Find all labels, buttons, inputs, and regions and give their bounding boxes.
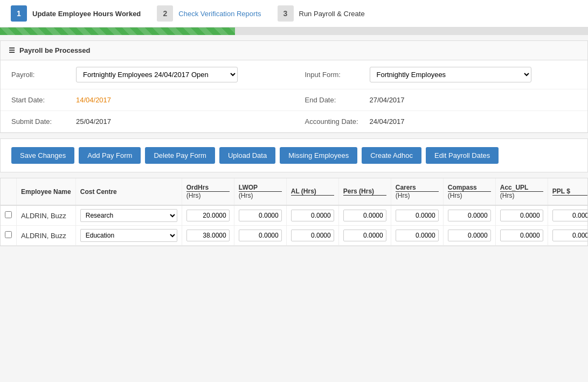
section-title: Payroll be Processed <box>19 46 91 54</box>
col-checkbox <box>1 178 17 205</box>
ppl-input[interactable] <box>552 230 588 241</box>
input-form-label: Input Form: <box>305 71 370 79</box>
col-acc-upl: Acc_UPL (Hrs) <box>495 178 548 205</box>
al-hrs-input-cell <box>286 226 338 246</box>
pers-hrs-input[interactable] <box>343 230 386 241</box>
end-date-row: End Date: 27/04/2017 <box>294 89 588 111</box>
ord-hrs-input[interactable] <box>186 230 230 241</box>
employee-table: Employee Name Cost Centre OrdHrs (Hrs) L… <box>1 178 588 246</box>
carers-hrs-input-cell <box>391 205 443 226</box>
cost-centre-select[interactable]: ResearchEducationAdministrationFinanceIT <box>80 209 177 222</box>
payroll-row: Payroll: Fortnightly Employees 24/04/201… <box>1 60 294 89</box>
section-header: ☰ Payroll be Processed <box>1 41 587 60</box>
compass-hrs-input[interactable] <box>448 210 491 221</box>
create-adhoc-button[interactable]: Create Adhoc <box>362 147 421 164</box>
ord-hrs-input[interactable] <box>186 210 230 221</box>
payroll-section: ☰ Payroll be Processed Payroll: Fortnigh… <box>0 40 588 133</box>
carers-hrs-input-cell <box>391 226 443 246</box>
employee-name-cell: ALDRIN, Buzz <box>17 205 76 226</box>
menu-icon: ☰ <box>9 46 15 54</box>
compass-hrs-input[interactable] <box>448 230 491 241</box>
step-number-2: 2 <box>157 5 173 22</box>
missing-employees-button[interactable]: Missing Employees <box>280 147 357 164</box>
row-checkbox-cell <box>1 205 17 226</box>
lwop-input-cell <box>234 205 286 226</box>
progress-bar-fill <box>0 27 235 35</box>
col-ppl: PPL $ <box>548 178 588 205</box>
lwop-input[interactable] <box>239 210 282 221</box>
step-label-3: Run Payroll & Create <box>299 10 365 18</box>
pers-hrs-input-cell <box>338 226 391 246</box>
data-table-container: Employee Name Cost Centre OrdHrs (Hrs) L… <box>0 178 588 246</box>
col-compass-hrs: Compass (Hrs) <box>443 178 495 205</box>
add-pay-form-button[interactable]: Add Pay Form <box>79 147 141 164</box>
wizard-step-3: 3 Run Payroll & Create <box>278 5 365 22</box>
row-checkbox-cell <box>1 226 17 246</box>
step-number-1: 1 <box>11 5 27 22</box>
col-ord-hrs: OrdHrs (Hrs) <box>182 178 234 205</box>
payroll-label: Payroll: <box>11 71 76 79</box>
al-hrs-input[interactable] <box>291 210 334 221</box>
save-changes-button[interactable]: Save Changes <box>11 147 74 164</box>
step-label-2[interactable]: Check Verification Reports <box>178 10 261 18</box>
col-cost-centre: Cost Centre <box>75 178 182 205</box>
row-checkbox[interactable] <box>5 231 12 238</box>
compass-hrs-input-cell <box>443 205 495 226</box>
lwop-input[interactable] <box>239 230 282 241</box>
edit-payroll-dates-button[interactable]: Edit Payroll Dates <box>426 147 499 164</box>
upload-data-button[interactable]: Upload Data <box>219 147 275 164</box>
progress-bar-container <box>0 27 588 35</box>
input-form-select[interactable]: Fortnightly Employees <box>370 67 531 82</box>
table-header-row: Employee Name Cost Centre OrdHrs (Hrs) L… <box>1 178 588 205</box>
ppl-input-cell <box>548 205 588 226</box>
wizard-step-2[interactable]: 2 Check Verification Reports <box>157 5 261 22</box>
ord-hrs-input-cell <box>182 226 234 246</box>
col-pers-hrs: Pers (Hrs) <box>338 178 391 205</box>
payroll-select[interactable]: Fortnightly Employees 24/04/2017 Open <box>76 67 238 82</box>
col-employee-name: Employee Name <box>17 178 76 205</box>
pers-hrs-input[interactable] <box>343 210 386 221</box>
submit-date-value: 25/04/2017 <box>76 117 111 126</box>
wizard-step-1: 1 Update Employee Hours Worked <box>11 5 141 22</box>
toolbar: Save Changes Add Pay Form Delete Pay For… <box>0 138 588 172</box>
delete-pay-form-button[interactable]: Delete Pay Form <box>145 147 215 164</box>
cost-centre-cell: ResearchEducationAdministrationFinanceIT <box>75 205 182 226</box>
table-row: ALDRIN, BuzzResearchEducationAdministrat… <box>1 205 588 226</box>
carers-hrs-input[interactable] <box>396 230 439 241</box>
compass-hrs-input-cell <box>443 226 495 246</box>
col-carers-hrs: Carers (Hrs) <box>391 178 443 205</box>
end-date-value: 27/04/2017 <box>370 96 405 104</box>
table-row: ALDRIN, BuzzResearchEducationAdministrat… <box>1 226 588 246</box>
row-checkbox[interactable] <box>5 211 12 218</box>
end-date-label: End Date: <box>305 96 370 104</box>
lwop-input-cell <box>234 226 286 246</box>
accounting-date-value: 24/04/2017 <box>370 117 405 126</box>
ppl-input[interactable] <box>552 210 588 221</box>
cost-centre-cell: ResearchEducationAdministrationFinanceIT <box>75 226 182 246</box>
pers-hrs-input-cell <box>338 205 391 226</box>
start-date-value: 14/04/2017 <box>76 96 111 104</box>
col-lwop: LWOP (Hrs) <box>234 178 286 205</box>
accounting-date-row: Accounting Date: 24/04/2017 <box>294 111 588 133</box>
acc-upl-input-cell <box>495 226 548 246</box>
al-hrs-input[interactable] <box>291 230 334 241</box>
cost-centre-select[interactable]: ResearchEducationAdministrationFinanceIT <box>80 229 177 242</box>
col-al-hrs: AL (Hrs) <box>286 178 338 205</box>
input-form-row: Input Form: Fortnightly Employees <box>294 60 588 89</box>
carers-hrs-input[interactable] <box>396 210 439 221</box>
al-hrs-input-cell <box>286 205 338 226</box>
ppl-input-cell <box>548 226 588 246</box>
wizard-bar: 1 Update Employee Hours Worked 2 Check V… <box>0 0 588 27</box>
accounting-date-label: Accounting Date: <box>305 117 370 126</box>
acc-upl-input-cell <box>495 205 548 226</box>
step-number-3: 3 <box>278 5 294 22</box>
form-grid: Payroll: Fortnightly Employees 24/04/201… <box>1 60 587 133</box>
submit-date-label: Submit Date: <box>11 117 76 126</box>
start-date-row: Start Date: 14/04/2017 <box>1 89 294 111</box>
acc-upl-input[interactable] <box>500 230 543 241</box>
submit-date-row: Submit Date: 25/04/2017 <box>1 111 294 133</box>
acc-upl-input[interactable] <box>500 210 543 221</box>
ord-hrs-input-cell <box>182 205 234 226</box>
employee-name-cell: ALDRIN, Buzz <box>17 226 76 246</box>
step-label-1: Update Employee Hours Worked <box>32 10 141 18</box>
